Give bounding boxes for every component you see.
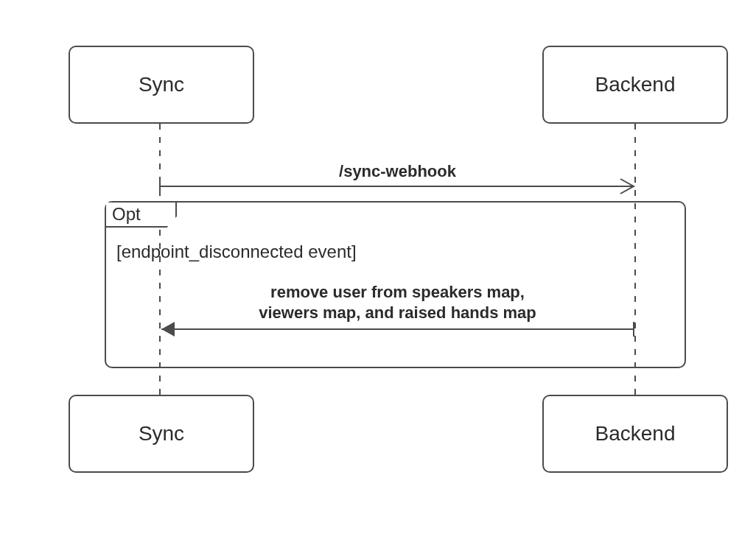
message-remove-user-line2: viewers map, and raised hands map — [259, 303, 536, 322]
actor-sync-bottom: Sync — [69, 395, 254, 473]
opt-fragment-tag: Opt — [106, 203, 177, 228]
message-sync-webhook-label: /sync-webhook — [160, 161, 635, 182]
actor-backend-bottom: Backend — [542, 395, 728, 473]
message-remove-user-label: remove user from speakers map, viewers m… — [160, 282, 635, 323]
opt-guard: [endpoint_disconnected event] — [116, 242, 357, 262]
message-remove-user-line1: remove user from speakers map, — [270, 283, 525, 301]
actor-sync-top: Sync — [69, 46, 254, 124]
actor-backend-top: Backend — [542, 46, 728, 124]
